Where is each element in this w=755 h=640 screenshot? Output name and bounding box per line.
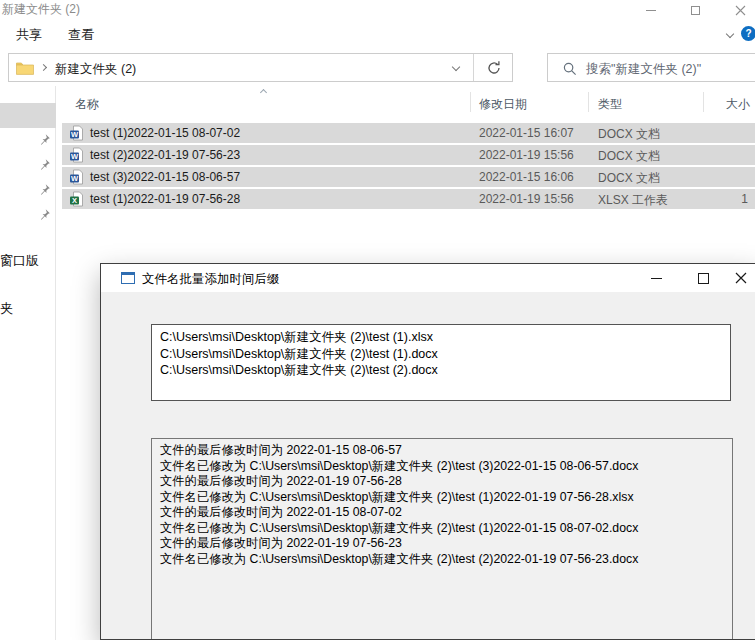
tab-share[interactable]: 共享	[16, 26, 42, 44]
sidebar-item-label[interactable]: 窗口版	[0, 252, 39, 270]
header-separator[interactable]	[470, 92, 471, 112]
word-file-icon: W	[69, 169, 85, 185]
file-date: 2022-01-15 16:07	[479, 126, 574, 140]
address-separator	[473, 54, 474, 81]
folder-icon	[16, 62, 34, 75]
minimize-icon	[646, 10, 656, 11]
explorer-close-button[interactable]	[718, 0, 755, 20]
maximize-icon	[698, 273, 709, 284]
pin-icon	[38, 133, 51, 146]
dialog-title: 文件名批量添加时间后缀	[142, 271, 280, 288]
close-icon	[735, 5, 746, 16]
column-header-name[interactable]: 名称	[75, 96, 99, 113]
svg-text:W: W	[71, 174, 79, 183]
table-row[interactable]: W test (2)2022-01-19 07-56-23 2022-01-19…	[62, 145, 755, 165]
address-bar[interactable]: 新建文件夹 (2)	[8, 53, 513, 82]
file-path-line: C:\Users\msi\Desktop\新建文件夹 (2)\test (1).…	[160, 346, 730, 363]
file-type: XLSX 工作表	[598, 192, 668, 209]
word-file-icon: W	[69, 147, 85, 163]
pin-icon	[38, 158, 51, 171]
dialog-maximize-button[interactable]	[688, 267, 718, 289]
rename-log-output[interactable]: 文件的最后修改时间为 2022-01-15 08-06-57 文件名已修改为 C…	[151, 438, 733, 640]
selected-files-listbox[interactable]: C:\Users\msi\Desktop\新建文件夹 (2)\test (1).…	[151, 324, 731, 401]
log-line: 文件名已修改为 C:\Users\msi\Desktop\新建文件夹 (2)\t…	[160, 490, 732, 506]
column-header-type[interactable]: 类型	[598, 96, 622, 113]
log-line: 文件名已修改为 C:\Users\msi\Desktop\新建文件夹 (2)\t…	[160, 459, 732, 475]
column-header-date-modified[interactable]: 修改日期	[479, 96, 527, 113]
rename-tool-dialog: 文件名批量添加时间后缀 C:\Users\msi\Desktop\新建文件夹 (…	[100, 263, 755, 640]
pin-icon	[38, 183, 51, 196]
sidebar-item-selected[interactable]	[0, 103, 56, 128]
explorer-minimize-button[interactable]	[628, 0, 673, 20]
pin-icon	[38, 208, 51, 221]
dialog-titlebar[interactable]: 文件名批量添加时间后缀	[101, 264, 755, 292]
svg-text:W: W	[71, 130, 79, 139]
file-path-line: C:\Users\msi\Desktop\新建文件夹 (2)\test (1).…	[160, 329, 730, 346]
dialog-minimize-button[interactable]	[641, 267, 671, 289]
file-name: test (1)2022-01-15 08-07-02	[90, 126, 240, 140]
log-line: 文件的最后修改时间为 2022-01-19 07-56-28	[160, 474, 732, 490]
log-line: 文件的最后修改时间为 2022-01-15 08-07-02	[160, 505, 732, 521]
svg-text:X: X	[72, 196, 77, 205]
search-box[interactable]: 搜索"新建文件夹 (2)"	[547, 53, 755, 82]
file-type: DOCX 文档	[598, 170, 660, 187]
file-name: test (1)2022-01-19 07-56-28	[90, 192, 240, 206]
application-window-icon	[121, 272, 135, 284]
address-dropdown-icon[interactable]	[452, 63, 460, 71]
screen: { "glyphs": { "help": "?" }, "explorer":…	[0, 0, 755, 640]
file-type: DOCX 文档	[598, 148, 660, 165]
help-button[interactable]: ?	[741, 26, 755, 41]
breadcrumb-chevron-icon[interactable]	[40, 64, 47, 71]
svg-text:W: W	[71, 152, 79, 161]
header-separator[interactable]	[588, 92, 589, 112]
navigation-pane-divider	[55, 86, 56, 640]
file-date: 2022-01-15 16:06	[479, 170, 574, 184]
file-date: 2022-01-19 15:56	[479, 192, 574, 206]
log-line: 文件的最后修改时间为 2022-01-19 07-56-23	[160, 536, 732, 552]
sidebar-item-label[interactable]: 夹	[0, 300, 13, 318]
file-date: 2022-01-19 15:56	[479, 148, 574, 162]
search-icon	[563, 62, 577, 76]
file-name: test (3)2022-01-15 08-06-57	[90, 170, 240, 184]
log-line: 文件的最后修改时间为 2022-01-15 08-06-57	[160, 443, 732, 459]
sort-ascending-icon[interactable]	[260, 89, 267, 96]
log-line: 文件名已修改为 C:\Users\msi\Desktop\新建文件夹 (2)\t…	[160, 552, 732, 568]
minimize-icon	[651, 278, 662, 279]
file-path-line: C:\Users\msi\Desktop\新建文件夹 (2)\test (2).…	[160, 362, 730, 379]
file-type: DOCX 文档	[598, 126, 660, 143]
file-size: 1	[682, 192, 748, 206]
excel-file-icon: X	[69, 191, 85, 207]
close-icon	[735, 272, 747, 284]
file-name: test (2)2022-01-19 07-56-23	[90, 148, 240, 162]
maximize-icon	[691, 6, 700, 15]
explorer-maximize-button[interactable]	[673, 0, 718, 20]
ribbon-collapse-icon[interactable]	[726, 30, 734, 38]
header-separator[interactable]	[703, 92, 704, 112]
dialog-close-button[interactable]	[726, 267, 755, 289]
table-row[interactable]: W test (1)2022-01-15 08-07-02 2022-01-15…	[62, 123, 755, 143]
refresh-icon[interactable]	[486, 60, 502, 76]
tab-view[interactable]: 查看	[68, 26, 94, 44]
table-row[interactable]: W test (3)2022-01-15 08-06-57 2022-01-15…	[62, 167, 755, 187]
help-icon: ?	[745, 28, 751, 39]
search-input[interactable]: 搜索"新建文件夹 (2)"	[586, 61, 701, 78]
breadcrumb[interactable]: 新建文件夹 (2)	[55, 61, 136, 78]
explorer-window-title: 新建文件夹 (2)	[2, 1, 80, 18]
log-line: 文件名已修改为 C:\Users\msi\Desktop\新建文件夹 (2)\t…	[160, 521, 732, 537]
table-row[interactable]: X test (1)2022-01-19 07-56-28 2022-01-19…	[62, 189, 755, 209]
column-header-size[interactable]: 大小	[690, 96, 750, 113]
word-file-icon: W	[69, 125, 85, 141]
